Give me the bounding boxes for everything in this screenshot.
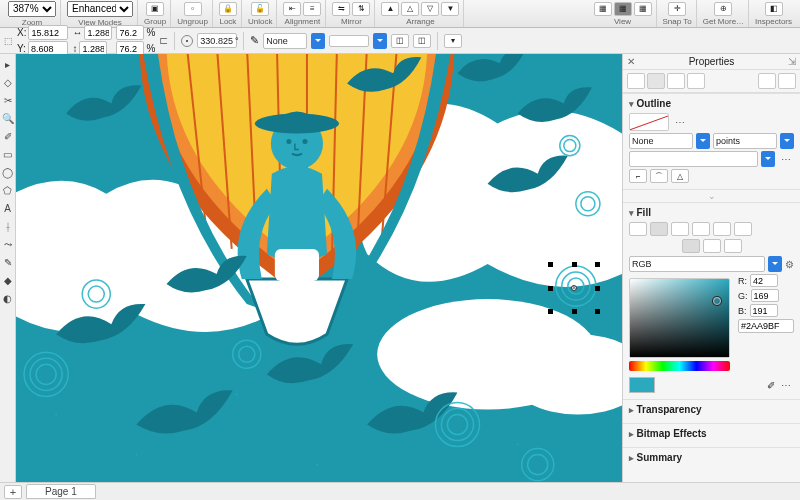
ellipse-tool[interactable]: ◯: [2, 166, 14, 178]
add-page-button[interactable]: +: [4, 485, 22, 499]
page-tab-1[interactable]: Page 1: [26, 484, 96, 499]
connector-tool[interactable]: ⤳: [2, 238, 14, 250]
tab-5[interactable]: [758, 73, 776, 89]
fill-more[interactable]: ⋯: [778, 380, 794, 391]
mirror-v-button[interactable]: ⇅: [352, 2, 370, 16]
snap-button[interactable]: ✛: [668, 2, 686, 16]
arrange-forward-button[interactable]: △: [401, 2, 419, 16]
group-button[interactable]: ▣: [146, 2, 164, 16]
stroke-style-preview[interactable]: [329, 35, 369, 47]
outline-style-select[interactable]: [629, 151, 758, 167]
outline-unit-select[interactable]: points: [713, 133, 777, 149]
fill-tool[interactable]: ◆: [2, 274, 14, 286]
b-input[interactable]: [750, 304, 778, 317]
tab-1[interactable]: [627, 73, 645, 89]
fill-solid[interactable]: [650, 222, 668, 236]
outline-style-dropdown[interactable]: [761, 151, 775, 167]
crop-tool[interactable]: ✂: [2, 94, 14, 106]
stroke-width-select[interactable]: None: [263, 33, 307, 49]
polygon-tool[interactable]: ⬠: [2, 184, 14, 196]
fill-postscript[interactable]: [734, 222, 752, 236]
canvas[interactable]: [16, 54, 622, 482]
outline-width-dropdown[interactable]: [696, 133, 710, 149]
zoom-select[interactable]: 387%: [8, 1, 56, 17]
fill-gradient[interactable]: [671, 222, 689, 236]
stroke-style-dropdown[interactable]: [373, 33, 387, 49]
order-button[interactable]: ▾: [444, 34, 462, 48]
dropper-tool[interactable]: ✎: [2, 256, 14, 268]
tab-6[interactable]: [778, 73, 796, 89]
fill-none[interactable]: [629, 222, 647, 236]
align-center-button[interactable]: ≡: [303, 2, 321, 16]
outline-style-more[interactable]: ⋯: [778, 154, 794, 165]
section-collapse-icon[interactable]: ⌄: [623, 189, 800, 202]
svg-point-1: [55, 413, 57, 415]
outline-unit-dropdown[interactable]: [780, 133, 794, 149]
mirror-h-button[interactable]: ⇋: [332, 2, 350, 16]
color-picker[interactable]: [629, 278, 730, 358]
lock-ratio-icon[interactable]: ⊏: [159, 34, 168, 47]
stroke-width-dropdown[interactable]: [311, 33, 325, 49]
lock-button[interactable]: 🔒: [219, 2, 237, 16]
outline-color-swatch[interactable]: [629, 113, 669, 131]
tab-3[interactable]: [667, 73, 685, 89]
mirror-group: ⇋ ⇅ Mirror: [328, 0, 375, 27]
panel-expand-icon[interactable]: ⇲: [788, 56, 796, 67]
bitmap-section[interactable]: Bitmap Effects: [623, 423, 800, 447]
view-btn3[interactable]: ▦: [634, 2, 652, 16]
gear-icon[interactable]: ⚙︎: [785, 259, 794, 270]
outline-title[interactable]: Outline: [629, 98, 794, 109]
hue-slider[interactable]: [629, 361, 730, 371]
wrap-button-1[interactable]: ◫: [391, 34, 409, 48]
current-color-swatch[interactable]: [629, 377, 655, 393]
unlock-button[interactable]: 🔓: [251, 2, 269, 16]
view-btn1[interactable]: ▦: [594, 2, 612, 16]
summary-section[interactable]: Summary: [623, 447, 800, 471]
transparency-section[interactable]: Transparency: [623, 399, 800, 423]
inspectors-button[interactable]: ◧: [765, 2, 783, 16]
fill-winding-3[interactable]: [724, 239, 742, 253]
corner-bevel[interactable]: △: [671, 169, 689, 183]
view-btn2[interactable]: ▦: [614, 2, 632, 16]
eyedropper-icon[interactable]: ✐: [767, 380, 775, 391]
rotation-input[interactable]: 330.825°: [197, 33, 237, 48]
text-tool[interactable]: A: [2, 202, 14, 214]
selection-handles[interactable]: [550, 264, 598, 312]
arrange-backward-button[interactable]: ▼: [441, 2, 459, 16]
g-input[interactable]: [751, 289, 779, 302]
arrange-back-button[interactable]: ▽: [421, 2, 439, 16]
outline-color-more[interactable]: ⋯: [672, 117, 688, 128]
rectangle-tool[interactable]: ▭: [2, 148, 14, 160]
getmore-button[interactable]: ⊕: [714, 2, 732, 16]
hex-input[interactable]: [738, 319, 794, 333]
freehand-tool[interactable]: ✐: [2, 130, 14, 142]
r-input[interactable]: [750, 274, 778, 287]
wrap-button-2[interactable]: ◫: [413, 34, 431, 48]
transparency-tool[interactable]: ◐: [2, 292, 14, 304]
scale-x-input[interactable]: [116, 25, 144, 40]
viewmodes-select[interactable]: Enhanced: [67, 1, 133, 17]
fill-winding-1[interactable]: [682, 239, 700, 253]
tab-4[interactable]: [687, 73, 705, 89]
color-model-select[interactable]: RGB: [629, 256, 765, 272]
fill-title[interactable]: Fill: [629, 207, 794, 218]
outline-width-select[interactable]: None: [629, 133, 693, 149]
lock-group: 🔒 Lock: [215, 0, 242, 27]
dimension-tool[interactable]: ⟊: [2, 220, 14, 232]
align-left-button[interactable]: ⇤: [283, 2, 301, 16]
corner-round[interactable]: ⌒: [650, 169, 668, 183]
arrange-front-button[interactable]: ▲: [381, 2, 399, 16]
zoom-tool[interactable]: 🔍: [2, 112, 14, 124]
panel-close-icon[interactable]: ✕: [627, 56, 635, 67]
fill-texture[interactable]: [713, 222, 731, 236]
fill-winding-2[interactable]: [703, 239, 721, 253]
shape-tool[interactable]: ◇: [2, 76, 14, 88]
ungroup-button[interactable]: ▫: [184, 2, 202, 16]
corner-miter[interactable]: ⌐: [629, 169, 647, 183]
x-input[interactable]: [28, 25, 68, 40]
fill-pattern[interactable]: [692, 222, 710, 236]
tab-2[interactable]: [647, 73, 665, 89]
width-input[interactable]: [84, 25, 112, 40]
pick-tool[interactable]: ▸: [2, 58, 14, 70]
color-model-dropdown[interactable]: [768, 256, 782, 272]
